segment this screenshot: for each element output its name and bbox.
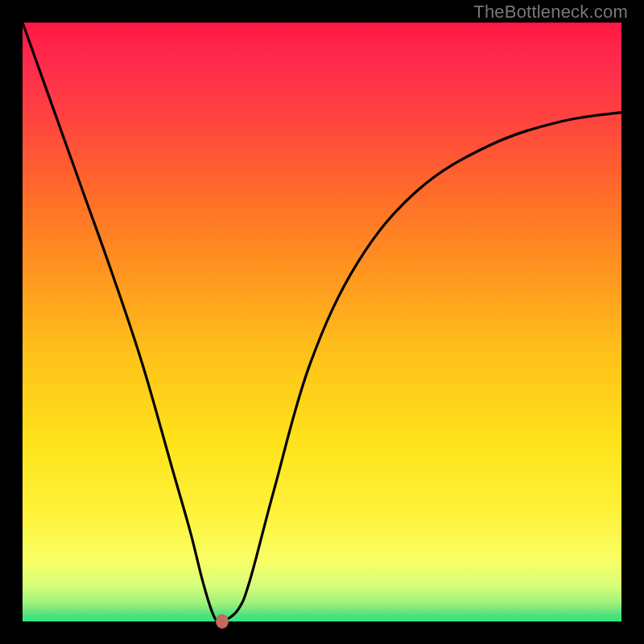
bottleneck-curve [23,23,621,621]
chart-frame: TheBottleneck.com [0,0,644,644]
optimum-marker [216,614,229,629]
plot-area [23,23,621,621]
watermark-label: TheBottleneck.com [473,2,628,23]
